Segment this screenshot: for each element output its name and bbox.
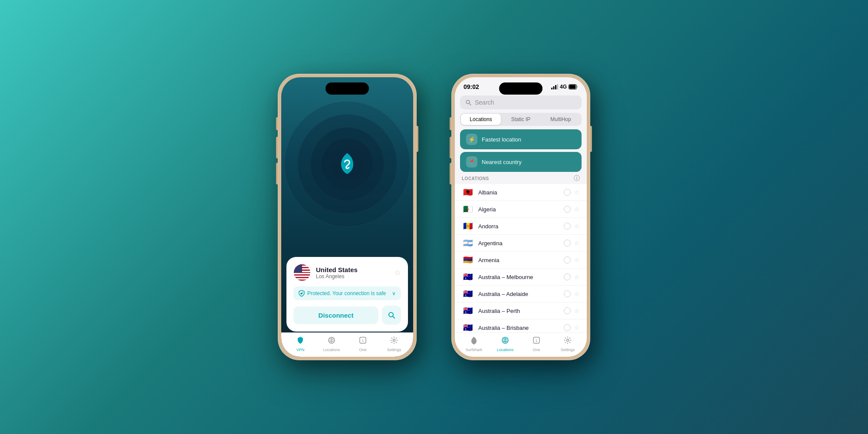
power-button[interactable] <box>417 126 418 152</box>
albania-actions: ☆ <box>564 189 580 196</box>
country-item-aus-adelaide[interactable]: 🇦🇺 Australia – Adelaide ☆ <box>455 286 587 302</box>
us-flag <box>294 264 310 281</box>
aus-perth-radio[interactable] <box>564 307 571 314</box>
one-nav-icon: 1 <box>358 336 367 347</box>
aus-brisbane-star[interactable]: ☆ <box>574 324 580 331</box>
country-item-albania[interactable]: 🇦🇱 Albania ☆ <box>455 184 587 201</box>
one-nav-icon-2: 1 <box>532 336 541 347</box>
nav-item-settings[interactable]: Settings <box>378 336 410 352</box>
tab-multihop[interactable]: MultiHop <box>541 114 581 125</box>
country-item-aus-perth[interactable]: 🇦🇺 Australia – Perth ☆ <box>455 302 587 319</box>
aus-brisbane-radio[interactable] <box>564 324 571 331</box>
nav-item-vpn[interactable]: VPN <box>285 336 316 352</box>
signal-icon <box>551 84 558 89</box>
search-button[interactable] <box>382 306 401 325</box>
andorra-flag: 🇦🇩 <box>462 222 474 230</box>
phone-locations: 09:02 4G <box>451 74 590 360</box>
protected-banner[interactable]: Protected. Your connection is safe ∨ <box>293 286 401 300</box>
phone-vpn: United States Los Angeles ☆ Protected. Y… <box>278 74 417 360</box>
aus-adelaide-star[interactable]: ☆ <box>574 290 580 297</box>
mute-button[interactable] <box>276 117 278 130</box>
search-bar[interactable]: Search <box>460 95 582 109</box>
nav-item-locations-2[interactable]: Locations <box>490 336 521 352</box>
albania-star[interactable]: ☆ <box>574 189 580 196</box>
country-item-argentina[interactable]: 🇦🇷 Argentina ☆ <box>455 235 587 252</box>
one-nav-label-2: One <box>533 348 540 352</box>
andorra-radio[interactable] <box>564 223 571 230</box>
chevron-down-icon: ∨ <box>392 290 396 296</box>
svg-point-17 <box>567 339 569 342</box>
surfshark-nav-label: Surfshark <box>466 348 483 352</box>
andorra-star[interactable]: ☆ <box>574 223 580 230</box>
bottom-navigation: VPN Locations 1 <box>281 332 413 357</box>
nav-item-settings-2[interactable]: Settings <box>552 336 583 352</box>
favorite-star-icon[interactable]: ☆ <box>394 268 401 277</box>
nav-item-one[interactable]: 1 One <box>347 336 378 352</box>
power-button-2[interactable] <box>590 126 592 152</box>
surfshark-logo <box>338 152 357 176</box>
locations-nav-label-2: Locations <box>497 348 514 352</box>
aus-brisbane-name: Australia – Brisbane <box>478 325 559 331</box>
andorra-name: Andorra <box>478 223 559 230</box>
aus-melbourne-star[interactable]: ☆ <box>574 273 580 280</box>
status-time: 09:02 <box>464 83 479 90</box>
protected-text: Protected. Your connection is safe <box>299 290 386 297</box>
info-icon[interactable]: ⓘ <box>574 174 580 182</box>
nav-item-one-2[interactable]: 1 One <box>521 336 552 352</box>
country-flag <box>293 264 311 281</box>
background-circles <box>282 99 412 229</box>
locations-nav-icon <box>327 336 336 347</box>
fastest-location-item[interactable]: ⚡ Fastest location <box>460 129 582 149</box>
tab-locations[interactable]: Locations <box>461 114 501 125</box>
locations-section-label: LOCATIONS <box>462 176 489 181</box>
aus-brisbane-flag: 🇦🇺 <box>462 323 474 332</box>
albania-radio[interactable] <box>564 189 571 196</box>
tab-static-ip[interactable]: Static IP <box>501 114 541 125</box>
armenia-radio[interactable] <box>564 256 571 263</box>
algeria-radio[interactable] <box>564 206 571 213</box>
svg-point-5 <box>393 339 395 342</box>
protected-label: Protected. Your connection is safe <box>307 290 386 296</box>
svg-rect-6 <box>551 88 552 89</box>
vpn-status-card: United States Los Angeles ☆ Protected. Y… <box>286 257 408 332</box>
aus-melbourne-radio[interactable] <box>564 273 571 280</box>
nav-item-locations[interactable]: Locations <box>316 336 347 352</box>
aus-adelaide-actions: ☆ <box>564 290 580 297</box>
algeria-star[interactable]: ☆ <box>574 206 580 213</box>
locations-section: LOCATIONS ⓘ 🇦🇱 Albania ☆ 🇩🇿 A <box>455 172 587 357</box>
country-item-algeria[interactable]: 🇩🇿 Algeria ☆ <box>455 201 587 218</box>
country-item-andorra[interactable]: 🇦🇩 Andorra ☆ <box>455 218 587 235</box>
armenia-star[interactable]: ☆ <box>574 256 580 263</box>
settings-nav-icon-2 <box>563 336 572 347</box>
algeria-name: Algeria <box>478 206 559 213</box>
volume-up-button-2[interactable] <box>450 137 451 158</box>
aus-perth-star[interactable]: ☆ <box>574 307 580 314</box>
svg-rect-8 <box>555 85 556 89</box>
country-item-armenia[interactable]: 🇦🇲 Armenia ☆ <box>455 252 587 269</box>
argentina-name: Argentina <box>478 240 559 247</box>
country-item-aus-melbourne[interactable]: 🇦🇺 Australia – Melbourne ☆ <box>455 269 587 286</box>
aus-adelaide-radio[interactable] <box>564 290 571 297</box>
battery-icon <box>569 84 578 89</box>
status-bar: 09:02 4G <box>455 77 587 94</box>
volume-down-button[interactable] <box>276 163 278 184</box>
argentina-radio[interactable] <box>564 240 571 247</box>
volume-up-button[interactable] <box>276 137 278 158</box>
vpn-city: Los Angeles <box>316 273 394 279</box>
nearest-country-icon: 📍 <box>466 156 477 168</box>
argentina-star[interactable]: ☆ <box>574 240 580 247</box>
mute-button-2[interactable] <box>450 117 451 130</box>
svg-line-1 <box>393 316 395 318</box>
disconnect-button[interactable]: Disconnect <box>293 306 378 324</box>
country-list: 🇦🇱 Albania ☆ 🇩🇿 Algeria ☆ <box>455 184 587 336</box>
volume-down-button-2[interactable] <box>450 163 451 184</box>
svg-text:1: 1 <box>362 339 364 343</box>
nearest-country-item[interactable]: 📍 Nearest country <box>460 152 582 172</box>
nearest-country-label: Nearest country <box>482 159 522 165</box>
aus-perth-name: Australia – Perth <box>478 308 559 314</box>
nav-item-surfshark[interactable]: Surfshark <box>458 336 490 352</box>
search-icon-2 <box>465 99 471 105</box>
algeria-flag: 🇩🇿 <box>462 205 474 214</box>
svg-rect-11 <box>569 85 576 89</box>
vpn-card-header: United States Los Angeles ☆ <box>293 264 401 281</box>
